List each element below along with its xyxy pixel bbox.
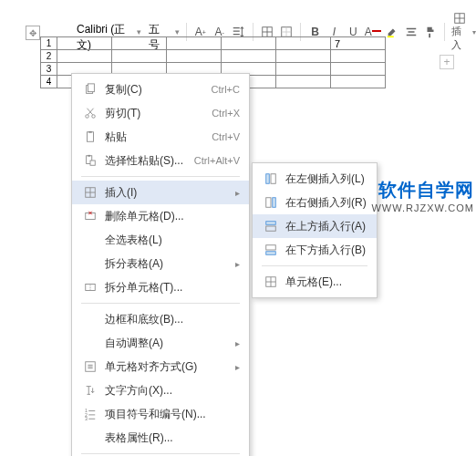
svg-point-8 [92,115,96,119]
table-row: 2 [41,50,386,63]
svg-rect-13 [90,161,95,165]
context-menu: 复制(C) Ctrl+C 剪切(T) Ctrl+X 粘贴 Ctrl+V 选择性粘… [71,73,250,456]
watermark-url: WWW.RJZXW.COM [371,202,474,213]
svg-rect-10 [88,131,92,133]
svg-text:3: 3 [85,416,88,420]
separator [81,176,240,177]
menu-alignment[interactable]: 单元格对齐方式(G) ▸ [72,355,249,378]
svg-rect-31 [266,252,276,255]
menu-delete-cells[interactable]: 删除单元格(D)... [72,204,249,228]
submenu-insert-col-right[interactable]: 在右侧插入列(R) [253,191,377,214]
separator [262,265,367,266]
svg-rect-27 [273,198,276,208]
menu-autofit[interactable]: 自动调整(A) ▸ [72,331,249,355]
submenu-arrow-icon: ▸ [235,188,240,198]
svg-rect-9 [88,132,94,142]
insert-button[interactable]: 插入 [451,12,469,52]
svg-rect-15 [86,213,96,220]
list-icon: 123 [81,408,99,420]
menu-insert[interactable]: 插入(I) ▸ [72,181,249,204]
align-icon[interactable] [404,23,419,41]
cut-icon [81,107,99,119]
separator [81,303,240,304]
submenu-insert-row-below[interactable]: 在下方插入行(B) [253,238,377,262]
svg-rect-28 [266,226,276,231]
svg-rect-29 [266,222,276,225]
separator [81,453,240,454]
submenu-arrow-icon: ▸ [235,259,240,269]
svg-rect-24 [271,174,275,184]
submenu-cells[interactable]: 单元格(E)... [253,270,377,294]
alignment-icon [81,360,99,373]
menu-borders[interactable]: 边框和底纹(B)... [72,307,249,331]
copy-icon [81,83,99,96]
menu-split-table[interactable]: 拆分表格(A) ▸ [72,252,249,275]
insert-col-left-icon [262,172,280,185]
add-column-button[interactable]: + [440,55,454,69]
svg-point-7 [86,115,89,119]
menu-bullets[interactable]: 123 项目符号和编号(N)... [72,402,249,426]
paste-special-icon [81,154,99,167]
format-painter-icon[interactable] [422,23,438,41]
menu-table-props[interactable]: 表格属性(R)... [72,426,249,450]
svg-rect-6 [88,84,94,92]
table-move-handle[interactable]: ✥ [26,26,40,40]
insert-submenu: 在左侧插入列(L) 在右侧插入列(R) 在上方插入行(A) 在下方插入行(B) … [252,162,378,298]
svg-rect-25 [266,174,270,184]
dropdown-icon[interactable]: ▾ [137,27,141,36]
insert-row-above-icon [262,220,280,233]
watermark: 软件自学网 WWW.RJZXW.COM [371,178,474,213]
menu-copy[interactable]: 复制(C) Ctrl+C [72,78,249,101]
menu-paste[interactable]: 粘贴 Ctrl+V [72,125,249,149]
menu-text-direction[interactable]: 文字方向(X)... [72,378,249,402]
table-row: 17 [41,37,386,50]
dropdown-icon[interactable]: ▾ [175,27,180,36]
insert-icon [81,186,99,199]
dropdown-icon[interactable]: ▾ [472,28,476,36]
insert-row-below-icon [262,244,280,256]
submenu-insert-col-left[interactable]: 在左侧插入列(L) [253,167,377,191]
insert-col-right-icon [262,196,280,209]
delete-cells-icon [81,210,99,223]
split-cells-icon [81,281,99,294]
text-direction-icon [81,384,99,397]
svg-rect-12 [88,155,90,157]
svg-rect-2 [388,36,394,37]
divider [444,23,445,41]
svg-rect-26 [266,198,271,208]
svg-rect-30 [266,245,276,250]
menu-cut[interactable]: 剪切(T) Ctrl+X [72,101,249,125]
menu-split-cells[interactable]: 拆分单元格(T)... [72,275,249,299]
cells-icon [262,275,280,288]
submenu-insert-row-above[interactable]: 在上方插入行(A) [253,214,377,238]
highlight-icon[interactable] [385,23,400,41]
submenu-arrow-icon: ▸ [235,338,240,348]
watermark-title: 软件自学网 [371,178,474,202]
submenu-arrow-icon: ▸ [235,362,240,372]
paste-icon [81,130,99,143]
menu-select-table[interactable]: 全选表格(L) [72,228,249,252]
menu-paste-special[interactable]: 选择性粘贴(S)... Ctrl+Alt+V [72,149,249,172]
